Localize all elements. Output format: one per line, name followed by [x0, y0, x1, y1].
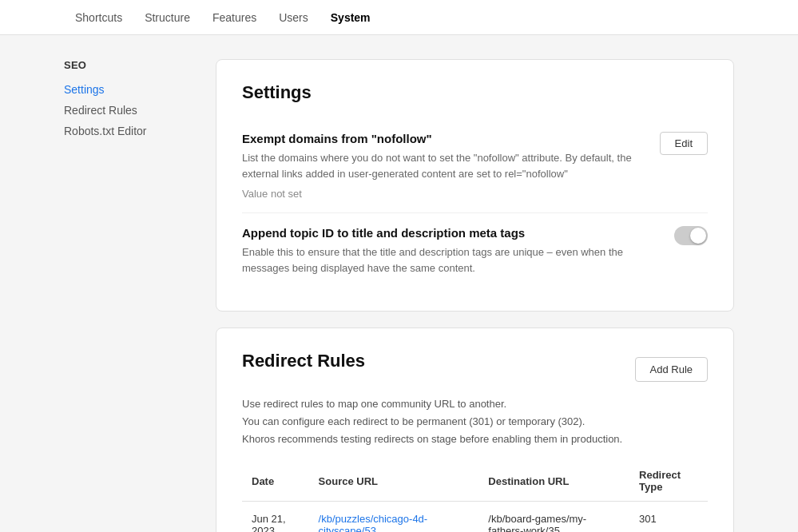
append-topic-desc: Enable this to ensure that the title and… [242, 244, 658, 276]
exempt-domains-row: Exempt domains from "nofollow" List the … [242, 119, 708, 213]
redirect-desc-line3: Khoros recommends testing redirects on s… [242, 433, 622, 445]
exempt-domains-value: Value not set [242, 188, 644, 200]
main-layout: SEO Settings Redirect Rules Robots.txt E… [0, 35, 798, 532]
redirect-desc-line2: You can configure each redirect to be pe… [242, 415, 585, 427]
redirect-rules-card: Redirect Rules Add Rule Use redirect rul… [216, 328, 734, 532]
add-rule-button[interactable]: Add Rule [635, 357, 708, 382]
top-nav: Shortcuts Structure Features Users Syste… [0, 0, 798, 35]
redirect-rules-table: Date Source URL Destination URL Redirect… [242, 461, 708, 532]
sidebar-item-redirect-rules[interactable]: Redirect Rules [64, 100, 192, 121]
table-header-row: Date Source URL Destination URL Redirect… [242, 461, 708, 502]
nav-features[interactable]: Features [201, 2, 268, 34]
row1-source-link[interactable]: /kb/puzzles/chicago-4d-cityscape/53 [319, 513, 428, 532]
redirect-description: Use redirect rules to map one community … [242, 395, 708, 448]
edit-button[interactable]: Edit [660, 132, 708, 155]
sidebar-item-robots-txt[interactable]: Robots.txt Editor [64, 121, 192, 141]
row1-source-url: /kb/puzzles/chicago-4d-cityscape/53 [309, 502, 479, 532]
nav-users[interactable]: Users [268, 2, 320, 34]
sidebar-section-label: SEO [64, 59, 192, 71]
main-content: Settings Exempt domains from "nofollow" … [216, 59, 734, 532]
exempt-domains-action: Edit [660, 132, 708, 155]
exempt-domains-desc: List the domains where you do not want t… [242, 150, 644, 181]
row1-destination-url: /kb/board-games/my-fathers-work/35 [478, 502, 629, 532]
append-topic-label: Append topic ID to title and description… [242, 226, 658, 240]
exempt-domains-info: Exempt domains from "nofollow" List the … [242, 132, 644, 200]
nav-structure[interactable]: Structure [133, 2, 201, 34]
redirect-desc-line1: Use redirect rules to map one community … [242, 398, 506, 410]
row1-redirect-type: 301 [629, 502, 708, 532]
append-topic-toggle[interactable] [674, 226, 708, 245]
row1-date: Jun 21, 2023 [242, 502, 309, 532]
col-redirect-type: Redirect Type [629, 461, 708, 502]
col-source-url: Source URL [309, 461, 479, 502]
table-row: Jun 21, 2023 /kb/puzzles/chicago-4d-city… [242, 502, 708, 532]
sidebar-item-settings[interactable]: Settings [64, 79, 192, 100]
col-destination-url: Destination URL [478, 461, 629, 502]
redirect-rules-title: Redirect Rules [242, 351, 365, 371]
settings-card: Settings Exempt domains from "nofollow" … [216, 59, 734, 312]
redirect-rules-header: Redirect Rules Add Rule [242, 351, 708, 387]
append-topic-row: Append topic ID to title and description… [242, 213, 708, 288]
settings-title: Settings [242, 82, 708, 103]
nav-system[interactable]: System [320, 2, 382, 34]
sidebar: SEO Settings Redirect Rules Robots.txt E… [64, 59, 192, 532]
append-topic-info: Append topic ID to title and description… [242, 226, 658, 276]
append-topic-action [674, 226, 708, 245]
col-date: Date [242, 461, 309, 502]
nav-shortcuts[interactable]: Shortcuts [64, 2, 133, 34]
exempt-domains-label: Exempt domains from "nofollow" [242, 132, 644, 145]
